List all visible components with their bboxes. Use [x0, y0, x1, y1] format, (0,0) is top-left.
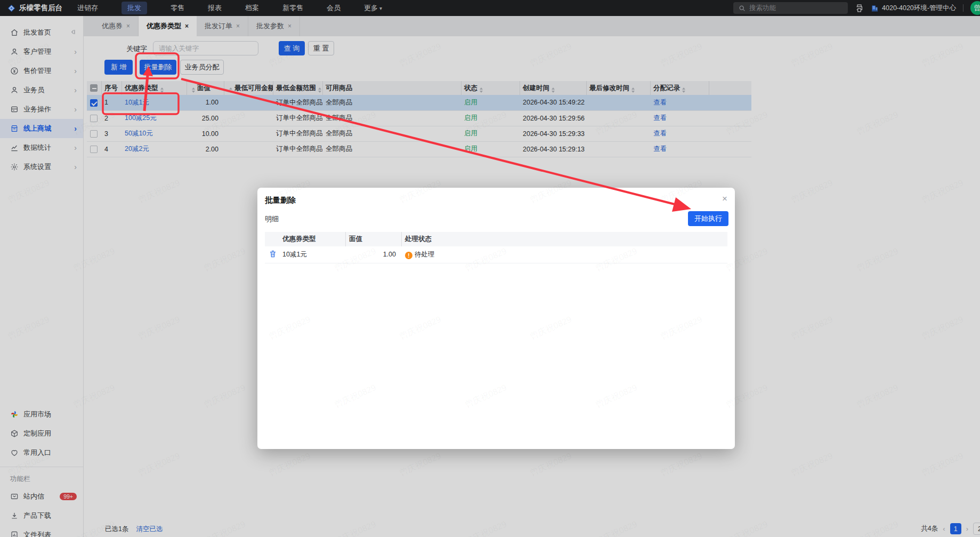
process-status: 待处理 — [415, 251, 435, 258]
modal-col-value: 面值 — [345, 232, 401, 246]
modal-detail-table: 优惠券类型 面值 处理状态 10减1元 1.00 !待处理 — [265, 232, 727, 263]
modal-section-label: 明细 — [265, 214, 279, 224]
start-execute-button[interactable]: 开始执行 — [688, 211, 728, 226]
close-icon[interactable]: × — [722, 194, 727, 203]
modal-col-type: 优惠券类型 — [279, 232, 345, 246]
modal-detail-row: 10减1元 1.00 !待处理 — [265, 246, 727, 263]
delete-icon[interactable] — [269, 250, 277, 258]
app-screen: 乐檬零售后台 进销存 批发 零售 报表 档案 新零售 会员 更多▾ 4020-4… — [0, 0, 980, 537]
modal-header-row: 优惠券类型 面值 处理状态 — [265, 232, 727, 246]
modal-title: 批量删除 — [265, 195, 727, 205]
batch-delete-modal: 批量删除 × 明细 开始执行 优惠券类型 面值 处理状态 10减1元 1.00 … — [257, 188, 735, 449]
pending-icon: ! — [405, 252, 412, 259]
modal-col-status: 处理状态 — [401, 232, 727, 246]
